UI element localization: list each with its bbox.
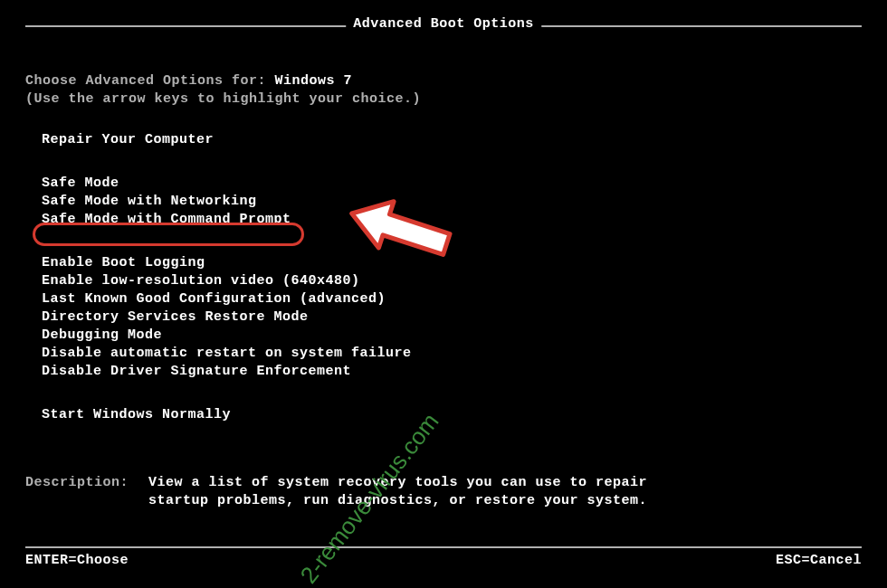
instruction-block: Choose Advanced Options for: Windows 7 (… <box>25 72 421 109</box>
footer-enter-hint: ENTER=Choose <box>25 553 129 568</box>
menu-item-start-normally[interactable]: Start Windows Normally <box>42 406 412 424</box>
menu-item-last-known-good[interactable]: Last Known Good Configuration (advanced) <box>42 290 412 308</box>
footer-esc-hint: ESC=Cancel <box>776 553 862 568</box>
menu-item-safe-mode-cmd[interactable]: Safe Mode with Command Prompt <box>42 211 412 229</box>
menu-item-disable-auto-restart[interactable]: Disable automatic restart on system fail… <box>42 345 412 363</box>
menu-item-safe-mode-networking[interactable]: Safe Mode with Networking <box>42 193 412 211</box>
description-block: Description: View a list of system recov… <box>25 474 655 510</box>
menu-item-debugging[interactable]: Debugging Mode <box>42 327 412 345</box>
menu-item-low-res[interactable]: Enable low-resolution video (640x480) <box>42 272 412 290</box>
footer-divider <box>25 546 862 548</box>
instruction-sub: (Use the arrow keys to highlight your ch… <box>25 91 421 107</box>
description-label: Description: <box>25 474 148 510</box>
boot-menu[interactable]: Repair Your Computer Safe Mode Safe Mode… <box>42 131 412 450</box>
menu-item-disable-driver-sig[interactable]: Disable Driver Signature Enforcement <box>42 363 412 381</box>
description-text: View a list of system recovery tools you… <box>148 474 655 510</box>
page-title: Advanced Boot Options <box>346 16 541 32</box>
boot-screen: Advanced Boot Options Choose Advanced Op… <box>0 0 887 588</box>
menu-item-ds-restore[interactable]: Directory Services Restore Mode <box>42 308 412 327</box>
menu-item-safe-mode[interactable]: Safe Mode <box>42 175 412 193</box>
menu-item-repair[interactable]: Repair Your Computer <box>42 131 412 149</box>
os-name: Windows 7 <box>275 73 353 89</box>
footer-bar: ENTER=Choose ESC=Cancel <box>25 553 862 568</box>
instruction-prefix: Choose Advanced Options for: <box>25 73 275 89</box>
menu-item-boot-logging[interactable]: Enable Boot Logging <box>42 254 412 272</box>
